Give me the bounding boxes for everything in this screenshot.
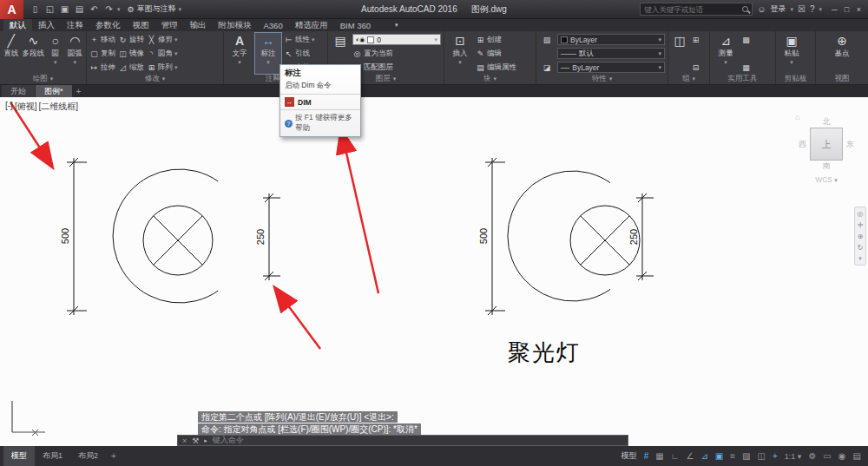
object-color-dropdown[interactable]: ByLayer▾	[557, 34, 665, 45]
layout-tab-layout2[interactable]: 布局2	[70, 446, 106, 466]
group-button[interactable]: ◫	[671, 33, 688, 74]
wcs-dropdown[interactable]: WCS ▾	[795, 175, 858, 184]
drawing-canvas-svg[interactable]: 500 250 500	[0, 97, 868, 446]
panel-label-utilities[interactable]: 实用工具	[710, 74, 775, 84]
osnap-icon[interactable]: ▣	[715, 451, 723, 461]
rotate-button[interactable]: ↻旋转	[118, 34, 144, 45]
viewcube[interactable]: ⌂ 北 西 上 东 南 WCS ▾	[795, 116, 858, 184]
workspace-switching-icon[interactable]: ⚙	[808, 451, 816, 461]
edit-attributes-button[interactable]: ▤编辑属性	[476, 62, 516, 73]
lineweight-display-icon[interactable]: ≡	[730, 451, 735, 461]
viewport-view-control[interactable]: [俯视]	[15, 101, 37, 113]
tab-home[interactable]: 默认	[3, 19, 32, 31]
undo-icon[interactable]: ↶	[88, 4, 101, 14]
file-tab-start[interactable]: 开始	[2, 85, 35, 97]
fillet-flyout-icon[interactable]: ▾	[174, 50, 178, 57]
viewport-visualstyle-control[interactable]: [二维线框]	[38, 101, 78, 113]
array-flyout-icon[interactable]: ▾	[174, 64, 178, 71]
signin-chevron-icon[interactable]: ▾	[790, 6, 793, 13]
transparency-icon[interactable]: ▨	[742, 451, 750, 461]
measure-flyout-icon[interactable]: ▾	[724, 59, 727, 66]
viewcube-top-face[interactable]: 上	[810, 128, 843, 161]
tab-featured-apps[interactable]: 精选应用	[289, 19, 334, 31]
polyline-button[interactable]: ∿ 多段线	[23, 33, 45, 74]
tab-insert[interactable]: 插入	[32, 19, 61, 31]
trim-flyout-icon[interactable]: ▾	[174, 36, 178, 43]
search-input[interactable]	[644, 5, 740, 14]
infocenter-searchbox[interactable]	[640, 3, 753, 16]
isolate-objects-icon[interactable]: ◉	[838, 451, 846, 461]
dimension-flyout-icon[interactable]: ▾	[266, 59, 270, 66]
plot-icon[interactable]: ▤	[73, 4, 86, 14]
search-icon[interactable]	[742, 6, 748, 12]
quick-properties-icon[interactable]: ▭	[823, 451, 831, 461]
panel-label-view[interactable]: 视图	[816, 74, 868, 84]
command-line[interactable]: × ⚒ ▸ 键入命令	[177, 435, 628, 446]
app-menu-button[interactable]: A	[0, 0, 23, 19]
tab-bim360[interactable]: BIM 360	[334, 19, 377, 31]
match-layer-button[interactable]: ⇆匹配图层	[352, 62, 441, 73]
move-button[interactable]: +移动	[89, 34, 115, 45]
help-icon[interactable]: ?	[810, 4, 815, 14]
panel-label-modify[interactable]: 修改▾	[87, 74, 223, 84]
panel-label-properties[interactable]: 特性▾	[536, 74, 667, 84]
new-file-icon[interactable]: ▯	[29, 4, 42, 14]
properties-palette-button[interactable]: ◪	[542, 62, 552, 73]
circle-button[interactable]: ○ 圆 ▾	[47, 33, 64, 74]
text-flyout-icon[interactable]: ▾	[238, 59, 241, 66]
array-button[interactable]: ⊞阵列▾	[147, 62, 178, 73]
tab-addins[interactable]: 附加模块	[213, 19, 258, 31]
dimension-button[interactable]: ↔ 标注 ▾	[255, 33, 281, 74]
pan-icon[interactable]: ✛	[858, 221, 864, 229]
snap-mode-icon[interactable]: ▦	[655, 451, 663, 461]
annotation-scale-button[interactable]: 1:1 ▾	[785, 452, 802, 461]
insert-block-button[interactable]: ⊡ 插入 ▾	[447, 33, 473, 74]
arc-button[interactable]: ◠ 圆弧 ▾	[67, 33, 84, 74]
recent-commands-icon[interactable]: ▸	[204, 437, 207, 444]
tab-performance[interactable]	[377, 19, 389, 31]
panel-label-draw[interactable]: 绘图▾	[0, 74, 86, 84]
maximize-button[interactable]: □	[841, 5, 852, 14]
new-tab-button[interactable]: +	[73, 85, 85, 97]
tab-manage[interactable]: 管理	[155, 19, 184, 31]
grid-icon[interactable]: #	[644, 451, 649, 461]
save-icon[interactable]: ▣	[58, 4, 71, 14]
base-point-button[interactable]: ⊕ 基点	[829, 33, 855, 74]
tab-view[interactable]: 视图	[127, 19, 155, 31]
customize-icon[interactable]: ▤	[853, 451, 861, 461]
navigation-wheel-icon[interactable]: ◎	[858, 210, 864, 218]
viewcube-home-icon[interactable]: ⌂	[795, 113, 799, 121]
dynamic-input-icon[interactable]: +	[773, 451, 778, 461]
panel-label-groups[interactable]: 组▾	[668, 74, 709, 84]
edit-block-button[interactable]: ✎编辑	[476, 48, 516, 59]
customize-wrench-icon[interactable]: ⚒	[192, 436, 199, 445]
command-input[interactable]: 键入命令	[213, 435, 244, 446]
linear-flyout-icon[interactable]: ▾	[312, 36, 315, 43]
text-button[interactable]: A 文字 ▾	[227, 33, 253, 74]
copy-button[interactable]: ▢复制	[89, 48, 115, 59]
viewcube-south[interactable]: 南	[795, 161, 858, 172]
stretch-button[interactable]: ↦拉伸	[89, 62, 115, 73]
polar-tracking-icon[interactable]: ∠	[686, 451, 694, 461]
drawing-area[interactable]: [-] [俯视] [二维线框] 500	[0, 97, 868, 446]
signin-button[interactable]: 登录	[770, 3, 786, 15]
tab-parametric[interactable]: 参数化	[89, 19, 127, 31]
open-file-icon[interactable]: ◱	[43, 4, 56, 14]
layout-tab-layout1[interactable]: 布局1	[35, 446, 70, 466]
measure-button[interactable]: ⊿ 测量 ▾	[713, 33, 739, 74]
workspace-switcher[interactable]: ⚙ 草图与注释 ▾	[128, 3, 182, 15]
navbar-more-icon[interactable]: ▾	[858, 255, 862, 262]
command-close-icon[interactable]: ×	[182, 436, 187, 445]
mirror-button[interactable]: ◫镜像	[118, 48, 144, 59]
panel-label-clipboard[interactable]: 剪贴板	[776, 74, 815, 84]
quick-select-button[interactable]: ▩	[741, 34, 751, 45]
group-edit-button[interactable]: ⊞	[691, 34, 700, 45]
viewport-minimize-control[interactable]: [-]	[5, 101, 13, 113]
zoom-icon[interactable]: ⊕	[858, 233, 864, 240]
scale-button[interactable]: ◿缩放	[118, 62, 144, 73]
selection-cycling-icon[interactable]: ◫	[758, 451, 766, 461]
linear-dimension-button[interactable]: ⊢线性▾	[284, 34, 315, 45]
viewcube-east[interactable]: 东	[846, 139, 854, 150]
exchange-apps-icon[interactable]: ☒	[798, 4, 806, 14]
orbit-icon[interactable]: ↻	[858, 244, 864, 252]
